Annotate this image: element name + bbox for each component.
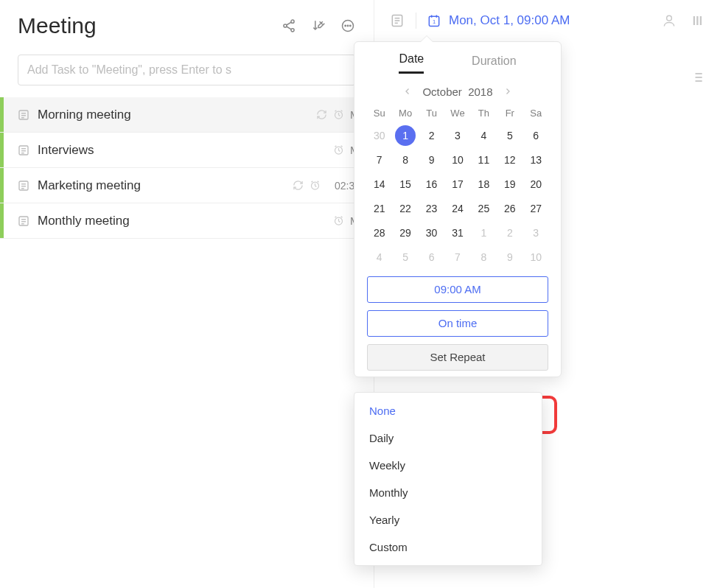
svg-rect-55 (696, 16, 698, 25)
svg-line-24 (339, 150, 340, 151)
svg-point-53 (667, 15, 672, 21)
svg-text:1: 1 (433, 18, 436, 25)
calendar-day[interactable]: 19 (497, 172, 522, 196)
calendar-day[interactable]: 9 (497, 245, 522, 269)
sort-edit-icon[interactable] (310, 18, 326, 34)
weekday-label: Sa (523, 103, 549, 123)
calendar-day[interactable]: 4 (366, 245, 392, 269)
svg-rect-54 (693, 16, 695, 25)
calendar-day[interactable]: 7 (444, 245, 470, 269)
calendar-day[interactable]: 7 (366, 147, 392, 172)
repeat-option[interactable]: None (354, 397, 542, 424)
calendar-day[interactable]: 15 (392, 172, 418, 196)
svg-line-26 (341, 146, 343, 147)
calendar-day[interactable]: 18 (471, 172, 497, 196)
svg-line-33 (315, 186, 317, 186)
calendar-day[interactable]: 24 (444, 196, 470, 220)
calendar-day[interactable]: 27 (523, 196, 549, 220)
calendar-day[interactable]: 10 (444, 147, 470, 172)
calendar-day[interactable]: 26 (497, 196, 522, 220)
calendar-day[interactable]: 11 (471, 147, 497, 172)
calendar-day[interactable]: 30 (419, 220, 444, 245)
weekday-label: Su (366, 103, 392, 123)
more-menu-icon[interactable] (340, 18, 356, 34)
calendar-day[interactable]: 16 (419, 172, 444, 196)
calendar-day[interactable]: 4 (471, 123, 497, 147)
weekday-label: Mo (392, 103, 418, 123)
prev-month-button[interactable] (400, 84, 415, 99)
task-type-icon (17, 214, 30, 228)
calendar-day[interactable]: 6 (523, 123, 549, 147)
calendar-day[interactable]: 21 (366, 196, 392, 220)
svg-line-34 (312, 181, 313, 182)
divider (416, 13, 416, 29)
svg-rect-56 (700, 16, 702, 25)
task-title: Monthly meeting (38, 214, 326, 228)
svg-line-43 (335, 217, 337, 217)
svg-point-7 (347, 25, 348, 26)
repeat-option[interactable]: Weekly (354, 452, 542, 479)
svg-line-16 (335, 111, 337, 111)
calendar-day[interactable]: 9 (419, 147, 444, 172)
calendar-day[interactable]: 1 (471, 220, 497, 245)
task-row[interactable]: Monthly meeting M (0, 203, 374, 239)
priority-icon[interactable] (689, 13, 705, 29)
svg-line-35 (318, 181, 319, 182)
calendar-day[interactable]: 3 (523, 220, 549, 245)
assignee-icon[interactable] (661, 13, 677, 29)
calendar-day[interactable]: 13 (523, 147, 549, 172)
svg-line-17 (341, 111, 343, 111)
calendar-day[interactable]: 29 (392, 220, 418, 245)
svg-line-4 (287, 27, 291, 29)
calendar-day[interactable]: 30 (366, 123, 392, 147)
outline-toggle-icon[interactable] (689, 69, 705, 85)
date-popover: Date Duration October 2018 SuMoTuWeThFrS… (354, 41, 562, 377)
svg-line-3 (287, 22, 291, 25)
calendar-day[interactable]: 10 (523, 245, 549, 269)
calendar-day[interactable]: 22 (392, 196, 418, 220)
svg-line-42 (339, 221, 340, 222)
time-button[interactable]: 09:00 AM (367, 276, 548, 303)
calendar-day[interactable]: 8 (392, 147, 418, 172)
share-icon[interactable] (281, 18, 297, 34)
repeat-option[interactable]: Daily (354, 424, 542, 452)
task-row[interactable]: Morning meeting M (0, 97, 374, 133)
repeat-option[interactable]: Monthly (354, 479, 542, 506)
tab-date[interactable]: Date (399, 52, 424, 74)
task-title: Marketing meeting (38, 178, 285, 193)
calendar-day[interactable]: 5 (392, 245, 418, 269)
calendar-day[interactable]: 5 (497, 123, 522, 147)
reminder-button[interactable]: On time (367, 310, 548, 337)
note-icon[interactable] (389, 13, 405, 29)
calendar-day[interactable]: 8 (471, 245, 497, 269)
calendar-day[interactable]: 25 (471, 196, 497, 220)
calendar-icon: 1 (427, 13, 441, 28)
repeat-icon (316, 109, 327, 120)
task-row[interactable]: Marketing meeting 02:37 (0, 168, 374, 203)
repeat-icon (293, 180, 304, 191)
tab-duration[interactable]: Duration (472, 55, 516, 74)
calendar-day[interactable]: 3 (444, 123, 470, 147)
calendar-day[interactable]: 14 (366, 172, 392, 196)
set-repeat-button[interactable]: Set Repeat (367, 344, 548, 371)
calendar-day[interactable]: 6 (419, 245, 444, 269)
calendar-day[interactable]: 12 (497, 147, 522, 172)
calendar-day[interactable]: 28 (366, 220, 392, 245)
task-row[interactable]: Interviews M (0, 133, 374, 168)
reminder-icon (333, 215, 344, 226)
repeat-option[interactable]: Custom (354, 533, 542, 561)
calendar-day[interactable]: 20 (523, 172, 549, 196)
calendar-day[interactable]: 2 (419, 123, 444, 147)
task-type-icon (17, 144, 30, 157)
next-month-button[interactable] (500, 84, 515, 99)
calendar-day[interactable]: 2 (497, 220, 522, 245)
svg-line-15 (339, 115, 340, 116)
calendar-day[interactable]: 1 (392, 123, 418, 147)
repeat-option[interactable]: Yearly (354, 506, 542, 533)
calendar-day[interactable]: 23 (419, 196, 444, 220)
task-type-icon (17, 108, 30, 122)
add-task-input[interactable] (18, 55, 356, 85)
calendar-day[interactable]: 17 (444, 172, 470, 196)
date-picker-trigger[interactable]: 1 Mon, Oct 1, 09:00 AM (427, 13, 570, 28)
calendar-day[interactable]: 31 (444, 220, 470, 245)
